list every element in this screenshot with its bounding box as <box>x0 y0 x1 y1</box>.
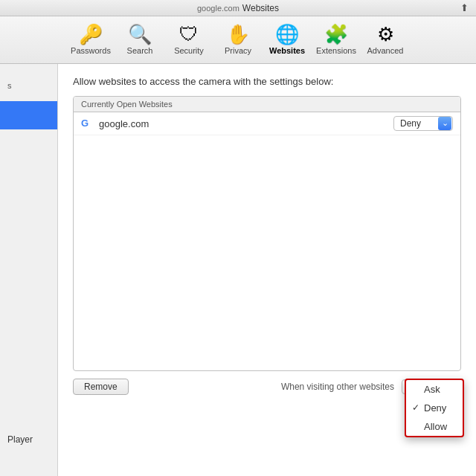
site-domain: google.com <box>99 118 387 129</box>
toolbar-label-search: Search <box>127 46 153 55</box>
site-setting-select[interactable]: Deny Ask Allow <box>393 116 453 131</box>
advanced-icon: ⚙ <box>377 25 394 44</box>
toolbar-item-security[interactable]: 🛡 Security <box>164 19 213 61</box>
visiting-text: When visiting other websites <box>136 382 394 392</box>
sidebar-item-player[interactable]: Player <box>0 425 57 454</box>
dropdown-item-deny[interactable]: Deny <box>406 399 463 417</box>
title-bar-title: Websites <box>242 3 279 13</box>
dropdown-item-allow[interactable]: Allow <box>406 417 463 436</box>
search-icon: 🔍 <box>128 25 152 44</box>
sidebar-label-player: Player <box>7 434 33 445</box>
sidebar-item-active[interactable] <box>0 101 57 129</box>
sidebar-spacer-1 <box>0 131 57 146</box>
toolbar-label-extensions: Extensions <box>316 46 356 55</box>
toolbar-label-advanced: Advanced <box>367 46 404 55</box>
main-layout: s Player Allow websites to access the ca… <box>0 64 476 476</box>
privacy-icon: ✋ <box>226 25 250 44</box>
security-icon: 🛡 <box>179 25 199 44</box>
toolbar-item-passwords[interactable]: 🔑 Passwords <box>66 19 115 61</box>
toolbar-label-security: Security <box>174 46 204 55</box>
table-body: G google.com Deny Ask Allow <box>74 112 460 370</box>
sidebar-item-s[interactable]: s <box>0 71 57 100</box>
extensions-icon: 🧩 <box>324 25 348 44</box>
table-header: Currently Open Websites <box>74 97 460 112</box>
content-description: Allow websites to access the camera with… <box>73 76 461 87</box>
site-setting-wrapper: Deny Ask Allow <box>393 116 453 131</box>
toolbar-item-search[interactable]: 🔍 Search <box>115 19 164 61</box>
sidebar-spacer-3 <box>0 164 57 178</box>
content-area: Allow websites to access the camera with… <box>58 64 476 476</box>
dropdown-item-ask[interactable]: Ask <box>406 380 463 399</box>
toolbar-item-extensions[interactable]: 🧩 Extensions <box>312 19 361 61</box>
title-bar: google.com Websites ⬆ <box>0 0 476 16</box>
passwords-icon: 🔑 <box>79 25 103 44</box>
sidebar-spacer-2 <box>0 147 57 162</box>
sidebar: s Player <box>0 64 58 476</box>
table-row: G google.com Deny Ask Allow <box>74 112 460 135</box>
remove-button[interactable]: Remove <box>73 379 129 395</box>
share-icon[interactable]: ⬆ <box>460 2 469 13</box>
websites-icon: 🌐 <box>275 25 299 44</box>
bottom-bar: Remove When visiting other websites Deny… <box>73 379 461 395</box>
toolbar-label-websites: Websites <box>269 46 305 55</box>
toolbar-item-advanced[interactable]: ⚙ Advanced <box>361 19 410 61</box>
toolbar-label-privacy: Privacy <box>225 46 251 55</box>
toolbar-item-websites[interactable]: 🌐 Websites <box>263 19 312 61</box>
toolbar-label-passwords: Passwords <box>71 46 111 55</box>
google-icon: G <box>81 118 93 129</box>
title-bar-url: google.com <box>197 4 239 13</box>
websites-table: Currently Open Websites G google.com Den… <box>73 96 461 371</box>
toolbar: 🔑 Passwords 🔍 Search 🛡 Security ✋ Privac… <box>0 16 476 64</box>
toolbar-item-privacy[interactable]: ✋ Privacy <box>213 19 263 61</box>
dropdown-popup: Ask Deny Allow <box>405 379 464 437</box>
